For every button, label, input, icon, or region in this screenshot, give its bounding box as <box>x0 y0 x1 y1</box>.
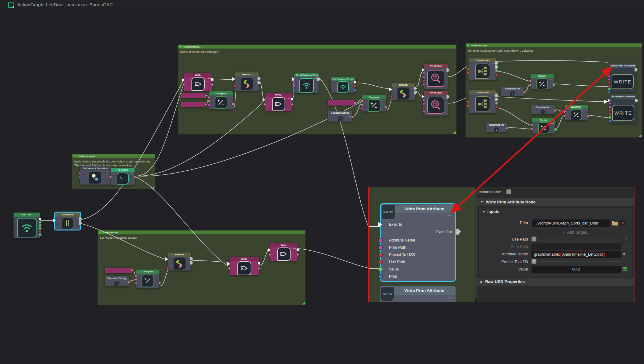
node-menu-dots[interactable]: ••• <box>449 296 453 299</box>
node-write-3[interactable]: Write••• <box>230 257 259 275</box>
node-menu-dots[interactable]: ••• <box>187 257 190 259</box>
exec-in-pin[interactable] <box>422 68 425 72</box>
collapse-triangle-icon[interactable]: ▶ <box>480 280 483 283</box>
red-pin[interactable] <box>495 73 498 76</box>
prim-path-field[interactable] <box>531 243 621 250</box>
node-detail-view[interactable]: WRITE Write Prim Attribute ••• Exec In E… <box>369 187 475 302</box>
pink-pin[interactable] <box>553 109 556 112</box>
pink-pin[interactable] <box>133 175 136 178</box>
use-path-pin[interactable] <box>378 260 383 264</box>
flag-pin[interactable] <box>414 87 417 90</box>
pink-pin[interactable] <box>263 103 266 106</box>
attribute-name-pin[interactable] <box>378 238 383 242</box>
node-menu-dots[interactable]: ••• <box>314 77 317 79</box>
orange-pin[interactable] <box>467 104 470 107</box>
magenta-pin[interactable] <box>208 104 210 106</box>
pink-pin[interactable] <box>228 267 231 270</box>
node-constant-int-2[interactable]: Constant Int1••• <box>531 105 555 114</box>
pink-pin[interactable] <box>109 175 112 178</box>
collapse-triangle-icon[interactable]: ▼ <box>480 200 483 203</box>
pink-pin[interactable] <box>135 278 137 281</box>
node-print-text-2[interactable]: Print Text••• <box>424 91 448 116</box>
flag-pin[interactable] <box>190 257 193 260</box>
node-menu-dots[interactable]: ••• <box>492 63 495 65</box>
node-menu-dots[interactable]: ••• <box>348 115 351 117</box>
node-collapsed-collapsed-bar-4[interactable] <box>105 268 132 273</box>
flag-pin[interactable] <box>495 61 498 65</box>
prim-path-pin[interactable] <box>378 245 383 250</box>
green-ring-pin[interactable] <box>554 128 557 131</box>
pink-pin[interactable] <box>208 96 210 99</box>
exec-in-pin[interactable] <box>268 248 271 252</box>
node-collapsed-collapsed-bar-2[interactable] <box>181 102 206 107</box>
node-menu-dots[interactable]: ••• <box>351 82 354 83</box>
magenta-pin[interactable] <box>361 107 364 110</box>
magenta-pin[interactable] <box>78 172 81 175</box>
node-menu-dots[interactable]: ••• <box>411 87 414 89</box>
node-print-text-1[interactable]: Print Text••• <box>424 64 448 89</box>
value-field[interactable]: 60.2 <box>531 266 621 273</box>
node-menu-dots[interactable]: ••• <box>551 122 554 124</box>
pink-pin[interactable] <box>204 103 207 106</box>
pink-pin[interactable] <box>530 128 533 130</box>
red-pin[interactable] <box>390 95 393 98</box>
node-divide-1[interactable]: Divide+–••• <box>530 74 554 89</box>
node-divide-2[interactable]: Divide+–••• <box>532 118 555 134</box>
exec-in-pin[interactable] <box>292 77 295 81</box>
collapse-triangle-icon[interactable]: ▼ <box>482 210 485 213</box>
blue-pin[interactable] <box>78 176 81 179</box>
node-collapsed-collapsed-bar-1[interactable] <box>181 93 206 98</box>
red-pin[interactable] <box>608 112 611 115</box>
magenta-pin[interactable] <box>422 72 425 75</box>
exec-in-pin[interactable] <box>227 262 230 266</box>
node-countdown-2[interactable]: Countdown••• <box>469 90 497 113</box>
pink-pin[interactable] <box>351 116 354 119</box>
node-collapsed-collapsed-bar-3[interactable] <box>328 100 355 105</box>
node-menu-dots[interactable]: ••• <box>448 214 452 217</box>
exec-in-pin[interactable] <box>389 88 392 91</box>
node-compare-1[interactable]: Compare+–••• <box>209 91 233 109</box>
node-menu-dots[interactable]: ••• <box>293 247 296 249</box>
red-pin[interactable] <box>233 85 236 88</box>
green-ring-pin[interactable] <box>39 227 42 230</box>
blue-pin[interactable] <box>293 88 296 91</box>
node-menu-dots[interactable]: ••• <box>584 109 586 111</box>
red-pin[interactable] <box>495 106 498 109</box>
exec-in-pin[interactable] <box>182 78 185 82</box>
pink-pin[interactable] <box>131 269 134 272</box>
flag-pin[interactable] <box>258 77 261 80</box>
node-menu-dots[interactable]: ••• <box>520 91 523 93</box>
pink-pin[interactable] <box>158 282 161 284</box>
pink-pin[interactable] <box>354 101 357 104</box>
node-constant-string-1[interactable]: Constant Stringa••• <box>328 111 352 122</box>
orange-pin[interactable] <box>467 68 470 71</box>
exec-in-pin[interactable] <box>232 77 235 81</box>
node-constant-int-1[interactable]: Constant Int1••• <box>501 87 524 96</box>
node-menu-dots[interactable]: ••• <box>125 281 128 282</box>
node-menu-dots[interactable]: ••• <box>155 274 158 276</box>
flag-pin[interactable] <box>495 65 498 69</box>
pink-pin[interactable] <box>563 110 566 113</box>
red-pin[interactable] <box>422 106 425 109</box>
orange-pin[interactable] <box>467 100 470 103</box>
magenta-pin[interactable] <box>293 81 296 84</box>
folder-icon[interactable] <box>612 220 618 226</box>
pink-pin[interactable] <box>563 114 566 117</box>
node-menu-dots[interactable]: ••• <box>208 77 211 79</box>
persist-to-usd-checkbox[interactable]: ✓ <box>531 259 536 264</box>
node-menu-dots[interactable]: ••• <box>76 217 79 219</box>
pink-pin[interactable] <box>361 100 364 102</box>
exec-out-pin[interactable] <box>296 248 299 251</box>
magenta-pin[interactable] <box>608 102 611 105</box>
node-menu-dots[interactable]: ••• <box>255 77 258 79</box>
node-menu-dots[interactable]: ••• <box>382 100 385 101</box>
node-subtract-1[interactable]: Subtract+–••• <box>565 105 588 120</box>
flag-pin[interactable] <box>447 68 450 72</box>
flag-pin[interactable] <box>317 77 320 81</box>
node-on-tick[interactable]: On Tick••• <box>14 213 40 238</box>
pink-pin[interactable] <box>291 103 294 106</box>
flag-pin[interactable] <box>635 68 638 71</box>
magenta-pin[interactable] <box>135 282 137 285</box>
node-write-prim-attribute-selected[interactable]: WRITE Write Prim Attribute ••• Exec In E… <box>380 203 456 282</box>
node-menu-dots[interactable]: ••• <box>551 110 553 111</box>
